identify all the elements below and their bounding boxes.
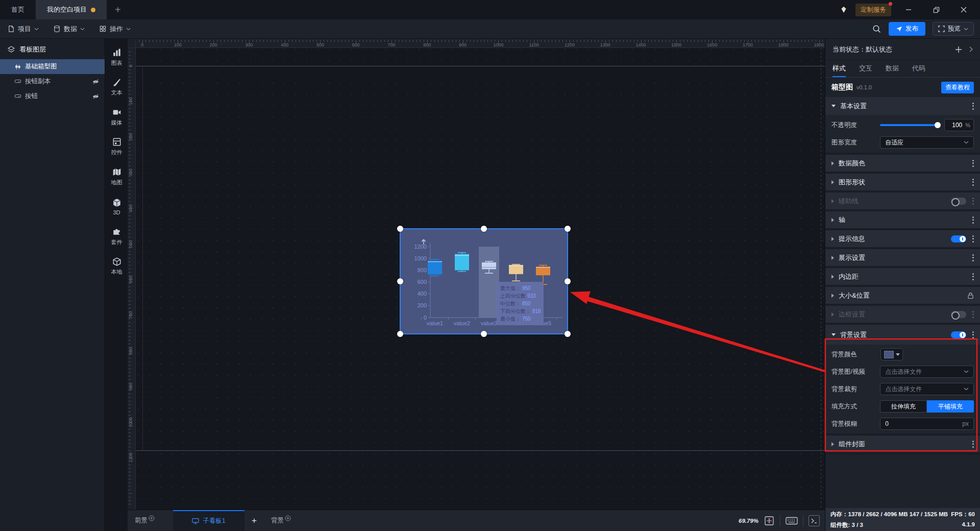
section-tooltip[interactable]: 提示信息 — [825, 230, 980, 249]
basic-settings-content: 不透明度 100% 图形宽度 自适应 — [825, 115, 980, 155]
slider-knob[interactable] — [935, 122, 941, 128]
resize-handle-e[interactable] — [565, 278, 571, 284]
custom-service-button[interactable]: 定制服务 — [855, 4, 891, 16]
svg-text:600: 600 — [418, 279, 427, 285]
toolbar-local[interactable]: 本地 — [105, 253, 128, 280]
section-label: 展示设置 — [839, 253, 865, 262]
graph-width-select[interactable]: 自适应 — [880, 136, 974, 149]
resize-handle-nw[interactable] — [397, 226, 403, 232]
fill-tile-button[interactable]: 平铺填充 — [927, 400, 974, 413]
resize-handle-n[interactable] — [481, 226, 487, 232]
tab-style[interactable]: 样式 — [832, 64, 846, 77]
section-label: 辅助线 — [839, 197, 859, 206]
publish-button[interactable]: 发布 — [889, 22, 925, 36]
layer-item-button[interactable]: 按钮 — [0, 89, 105, 104]
background-image-select[interactable]: 点击选择文件 — [880, 366, 974, 378]
background-color-picker[interactable] — [880, 348, 903, 360]
background-blur-input[interactable]: 0px — [880, 418, 974, 430]
toggle-off[interactable] — [951, 311, 966, 318]
eye-off-icon[interactable] — [92, 79, 100, 85]
menu-operation[interactable]: 操作 — [92, 19, 138, 38]
layer-item-button-copy[interactable]: 按钮副本 — [0, 74, 105, 89]
toolbar-map[interactable]: 地图 — [105, 163, 128, 190]
kebab-icon[interactable] — [972, 235, 974, 243]
resize-handle-ne[interactable] — [565, 226, 571, 232]
layer-item-boxplot[interactable]: 基础箱型图 — [0, 59, 105, 74]
kebab-icon[interactable] — [972, 160, 974, 167]
chevron-down-icon — [964, 370, 969, 373]
section-guide-lines[interactable]: 辅助线 — [825, 192, 980, 211]
tab-project[interactable]: 我的空白项目 — [36, 0, 107, 19]
toolbar-kit[interactable]: 套件 — [105, 223, 128, 250]
kebab-icon[interactable] — [972, 103, 974, 110]
section-size-position[interactable]: 大小&位置 — [825, 287, 980, 306]
toolbar-media[interactable]: 媒体 — [105, 104, 128, 130]
toggle-on[interactable] — [951, 235, 966, 243]
restore-button[interactable] — [926, 0, 946, 19]
tab-interaction[interactable]: 交互 — [859, 64, 872, 77]
section-display-settings[interactable]: 展示设置 — [825, 249, 980, 268]
tutorial-button[interactable]: 查看教程 — [941, 82, 974, 93]
background-tab[interactable]: 背景 — [264, 510, 298, 531]
kebab-icon[interactable] — [972, 179, 974, 186]
tab-home[interactable]: 首页 — [0, 0, 36, 19]
section-padding[interactable]: 内边距 — [825, 268, 980, 287]
resize-handle-s[interactable] — [481, 331, 487, 337]
opacity-input[interactable]: 100% — [944, 119, 974, 131]
kebab-icon[interactable] — [972, 254, 974, 261]
resize-handle-sw[interactable] — [397, 331, 403, 337]
kebab-icon[interactable] — [972, 331, 974, 339]
resize-handle-w[interactable] — [397, 278, 403, 284]
background-crop-select[interactable]: 点击选择文件 — [880, 383, 974, 395]
background-color-label: 背景颜色 — [831, 350, 880, 359]
resize-handle-se[interactable] — [565, 331, 571, 337]
eye-off-icon[interactable] — [92, 93, 100, 100]
toolbar-text[interactable]: 文本 — [105, 74, 128, 101]
svg-text:1200: 1200 — [414, 244, 427, 250]
add-board-button[interactable]: + — [244, 510, 264, 531]
kebab-icon[interactable] — [972, 441, 974, 448]
menu-project[interactable]: 项目 — [0, 19, 46, 38]
section-data-colors[interactable]: 数据颜色 — [825, 155, 980, 174]
fit-view-icon[interactable] — [764, 515, 775, 526]
design-canvas[interactable]: 0100200300400500600700800900100011001200… — [128, 39, 825, 510]
toolbar-widgets[interactable]: 控件 — [105, 134, 128, 160]
toggle-off[interactable] — [951, 198, 966, 205]
keyboard-icon[interactable] — [786, 516, 798, 525]
add-state-icon[interactable] — [955, 46, 962, 53]
add-circle-icon[interactable] — [285, 515, 291, 521]
section-component-cover[interactable]: 组件封面 — [825, 436, 980, 454]
chevron-right-icon[interactable] — [969, 46, 973, 52]
add-circle-icon[interactable] — [149, 515, 155, 521]
subboard-tab-active[interactable]: 子看板1 — [173, 510, 244, 531]
kebab-icon[interactable] — [972, 273, 974, 280]
foreground-tab[interactable]: 前景 — [128, 510, 162, 531]
custom-service-label: 定制服务 — [861, 6, 886, 13]
preview-button[interactable]: 预览 — [933, 22, 974, 36]
lock-icon[interactable] — [967, 292, 974, 299]
toolbar-label: 媒体 — [111, 119, 122, 127]
zoom-level[interactable]: 69.79% — [739, 518, 758, 524]
close-button[interactable] — [953, 0, 974, 19]
fill-stretch-button[interactable]: 拉伸填充 — [880, 400, 927, 413]
toolbar-3d[interactable]: 3D — [105, 194, 128, 220]
kebab-icon[interactable] — [972, 216, 974, 224]
minimize-button[interactable] — [898, 0, 919, 19]
opacity-slider[interactable] — [880, 124, 940, 126]
toolbar-charts[interactable]: 图表 — [105, 44, 128, 70]
tab-code[interactable]: 代码 — [912, 64, 925, 77]
section-graph-shape[interactable]: 图形形状 — [825, 174, 980, 192]
menu-data[interactable]: 数据 — [46, 19, 92, 38]
section-background-settings[interactable]: 背景设置 — [825, 325, 980, 345]
boxplot-component[interactable]: 020040060080010001200value1value2value3v… — [400, 229, 568, 334]
console-icon[interactable] — [808, 515, 820, 526]
section-border-settings[interactable]: 边框设置 — [825, 306, 980, 325]
section-basic-settings[interactable]: 基本设置 — [825, 97, 980, 115]
kebab-icon[interactable] — [972, 311, 974, 318]
kebab-icon[interactable] — [972, 198, 974, 205]
toggle-on[interactable] — [951, 331, 966, 339]
new-tab-button[interactable]: + — [107, 0, 129, 19]
tab-data[interactable]: 数据 — [886, 64, 899, 77]
section-axis[interactable]: 轴 — [825, 211, 980, 230]
search-icon[interactable] — [872, 25, 881, 34]
